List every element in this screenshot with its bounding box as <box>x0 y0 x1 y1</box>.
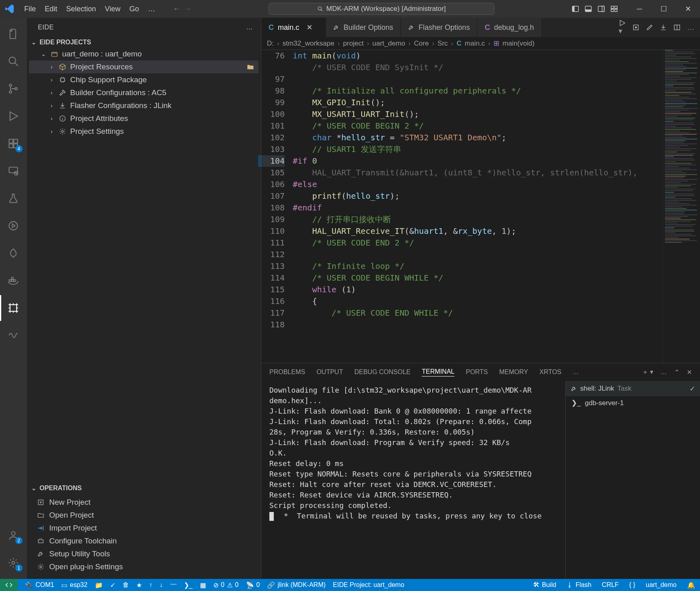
terminal-task-group[interactable]: shell: JLink Task ✓ <box>566 381 700 396</box>
window-maximize-icon[interactable]: ☐ <box>652 0 676 18</box>
breadcrumbs[interactable]: D:› stm32_worksape› project› uart_demo› … <box>261 37 700 50</box>
code-area[interactable]: int main(void) /* USER CODE END SysInit … <box>291 50 663 363</box>
op-plugin-settings[interactable]: Open plug-in Settings <box>30 560 258 573</box>
tab-debug-log-h[interactable]: C debug_log.h <box>477 18 542 37</box>
status-flash[interactable]: ⭳Flash <box>567 581 591 589</box>
menu-edit[interactable]: Edit <box>41 3 61 15</box>
status-grid-icon[interactable]: ▦ <box>200 581 206 589</box>
panel-more-icon[interactable]: … <box>660 368 667 376</box>
nav-forward-icon[interactable]: → <box>184 5 192 13</box>
panel-tab-ports[interactable]: PORTS <box>466 368 488 376</box>
menu-view[interactable]: View <box>101 3 125 15</box>
menu-selection[interactable]: Selection <box>62 3 100 15</box>
op-setup-tools[interactable]: Setup Utility Tools <box>30 547 258 560</box>
activity-wave-icon[interactable] <box>0 323 27 348</box>
tree-item-builder-config[interactable]: › Builder Configurations : AC5 <box>29 86 258 99</box>
activity-debug-icon[interactable] <box>0 103 27 129</box>
status-trash-icon[interactable]: 🗑 <box>123 581 129 589</box>
status-bell-icon[interactable]: 🔔 <box>687 581 695 589</box>
activity-git-icon[interactable] <box>0 76 27 102</box>
status-errors[interactable]: ⊘0 ⚠0 <box>213 581 239 589</box>
menu-more[interactable]: … <box>144 3 159 15</box>
download-icon[interactable] <box>660 24 667 31</box>
activity-remote-icon[interactable] <box>0 158 27 184</box>
crumb[interactable]: Src <box>438 40 448 48</box>
layout-bottom-icon[interactable] <box>585 5 592 12</box>
section-eide-projects[interactable]: ⌄ EIDE PROJECTS <box>27 37 261 48</box>
tree-item-project-resources[interactable]: › Project Resources <box>29 60 258 73</box>
crumb[interactable]: uart_demo <box>373 40 405 48</box>
more-icon[interactable]: … <box>687 23 694 32</box>
status-jlink[interactable]: 🔗jlink (MDK-ARM) <box>267 581 325 589</box>
tab-builder-options[interactable]: Builder Options <box>326 18 401 37</box>
terminal-task[interactable]: ❯_ gdb-server-1 <box>566 396 700 410</box>
remote-indicator[interactable] <box>0 579 18 591</box>
crumb[interactable]: D: <box>267 40 274 48</box>
tree-item-chip-support[interactable]: › Chip Support Package <box>29 73 258 86</box>
window-minimize-icon[interactable]: ─ <box>627 0 652 18</box>
activity-eide-icon[interactable] <box>0 295 27 321</box>
activity-accounts-icon[interactable]: 2 <box>0 522 27 548</box>
activity-docker-icon[interactable] <box>0 268 27 293</box>
split-editor-icon[interactable] <box>673 24 681 31</box>
layout-left-icon[interactable] <box>572 5 579 12</box>
activity-platformio-icon[interactable] <box>0 213 27 239</box>
op-new-project[interactable]: New Project <box>30 496 258 509</box>
crumb[interactable]: main(void) <box>502 40 534 48</box>
close-icon[interactable]: ✕ <box>306 23 312 32</box>
nav-back-icon[interactable]: ← <box>173 5 180 13</box>
tree-item-attributes[interactable]: › Project Attributes <box>29 112 258 125</box>
debug-file-icon[interactable] <box>632 24 640 31</box>
activity-search-icon[interactable] <box>0 48 27 74</box>
status-com[interactable]: 🔌COM1 <box>25 581 54 589</box>
crumb[interactable]: stm32_worksape <box>283 40 335 48</box>
status-term-icon[interactable]: ❯_ <box>184 581 193 589</box>
tab-flasher-options[interactable]: Flasher Options <box>401 18 477 37</box>
status-target[interactable]: uart_demo <box>646 581 677 589</box>
activity-flask-icon[interactable] <box>0 185 27 211</box>
status-board[interactable]: ▭esp32 <box>61 581 88 589</box>
tree-item-settings[interactable]: › Project Settings <box>29 125 258 138</box>
minimap[interactable] <box>663 50 700 363</box>
new-terminal-icon[interactable]: ＋ ▾ <box>642 368 653 377</box>
project-root[interactable]: ⌄ uart_demo : uart_demo <box>29 48 258 60</box>
status-radio[interactable]: 📡0 <box>246 581 260 589</box>
op-open-project[interactable]: Open Project <box>30 509 258 522</box>
crumb[interactable]: project <box>343 40 364 48</box>
panel-tab-memory[interactable]: MEMORY <box>499 368 528 376</box>
status-lang[interactable]: { } <box>629 581 635 589</box>
status-project[interactable]: EIDE Project: uart_demo <box>333 581 404 589</box>
run-file-icon[interactable]: ▾ <box>619 19 626 35</box>
status-down-icon[interactable]: ↓ <box>160 581 163 589</box>
layout-right-icon[interactable] <box>598 5 605 12</box>
section-operations[interactable]: ⌄ OPERATIONS <box>27 483 261 493</box>
menu-file[interactable]: File <box>20 3 40 15</box>
status-star-icon[interactable]: ★ <box>136 581 142 589</box>
op-configure-toolchain[interactable]: Configure Toolchain <box>30 535 258 547</box>
activity-extensions-icon[interactable]: 4 <box>0 131 27 156</box>
tab-main-c[interactable]: C main.c ✕ <box>261 18 326 37</box>
status-check-icon[interactable]: ✓ <box>110 581 115 589</box>
status-up-icon[interactable]: ↑ <box>149 581 152 589</box>
crumb[interactable]: Core <box>414 40 429 48</box>
folder-icon[interactable] <box>246 63 254 71</box>
panel-close-icon[interactable]: ✕ <box>687 368 692 376</box>
panel-tab-terminal[interactable]: TERMINAL <box>422 368 454 377</box>
activity-explorer-icon[interactable] <box>0 21 27 47</box>
panel-tab-problems[interactable]: PROBLEMS <box>269 368 305 376</box>
activity-tree-icon[interactable] <box>0 240 27 266</box>
panel-tab-debug-console[interactable]: DEBUG CONSOLE <box>354 368 411 376</box>
command-center[interactable]: MDK-ARM (Workspace) [Administrator] <box>269 3 494 15</box>
layout-custom-icon[interactable] <box>610 5 618 12</box>
panel-maximize-icon[interactable]: ⌃ <box>674 368 679 376</box>
menu-go[interactable]: Go <box>125 3 143 15</box>
panel-tab-output[interactable]: OUTPUT <box>317 368 343 376</box>
status-folder-icon[interactable]: 📁 <box>95 581 103 589</box>
op-import-project[interactable]: Import Project <box>30 522 258 535</box>
status-build[interactable]: 🛠Build <box>533 581 556 589</box>
terminal[interactable]: Downloading file [d:\stm32_worksape\proj… <box>261 381 565 579</box>
tree-item-flasher-config[interactable]: › Flasher Configurations : JLink <box>29 99 258 112</box>
panel-tab-xrtos[interactable]: XRTOS <box>540 368 562 376</box>
panel-tab-more[interactable]: … <box>573 368 579 376</box>
status-wave-icon[interactable]: 〰 <box>170 581 177 589</box>
